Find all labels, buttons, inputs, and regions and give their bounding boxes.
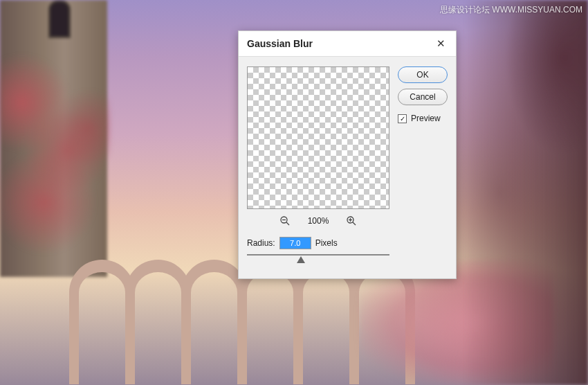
zoom-out-button[interactable] — [279, 215, 291, 227]
radius-row: Radius: Pixels — [247, 237, 389, 249]
svg-line-4 — [353, 222, 356, 225]
dialog-titlebar[interactable]: Gaussian Blur ✕ — [239, 31, 456, 57]
preview-column: 100% Radius: Pixels — [247, 66, 389, 265]
ok-button[interactable]: OK — [398, 66, 448, 83]
zoom-in-button[interactable] — [345, 215, 358, 227]
dialog-body: 100% Radius: Pixels OK Cancel ✓ — [239, 57, 456, 278]
preview-checkbox-row[interactable]: ✓ Preview — [398, 114, 448, 123]
zoom-in-icon — [346, 215, 357, 226]
dialog-title: Gaussian Blur — [247, 38, 313, 49]
preview-checkbox-label: Preview — [411, 114, 441, 123]
close-button[interactable]: ✕ — [434, 37, 448, 51]
slider-track-line — [247, 254, 389, 256]
svg-line-1 — [286, 222, 289, 225]
zoom-out-icon — [279, 215, 291, 226]
radius-unit: Pixels — [315, 238, 338, 248]
button-column: OK Cancel ✓ Preview — [398, 66, 448, 265]
radius-label: Radius: — [247, 238, 275, 248]
scene-tree — [463, 0, 588, 385]
scene-ivy — [0, 28, 111, 277]
close-icon: ✕ — [437, 37, 445, 50]
zoom-percent: 100% — [308, 216, 329, 226]
check-icon: ✓ — [400, 115, 405, 123]
radius-input[interactable] — [279, 237, 311, 249]
gaussian-blur-dialog: Gaussian Blur ✕ 100% Radius: Pixels — [238, 30, 457, 279]
watermark-text: 思缘设计论坛 WWW.MISSYUAN.COM — [440, 4, 582, 16]
preview-checkbox[interactable]: ✓ — [398, 114, 407, 123]
cancel-button[interactable]: Cancel — [398, 89, 448, 105]
preview-thumbnail[interactable] — [247, 66, 389, 209]
slider-handle[interactable] — [297, 256, 305, 263]
zoom-controls: 100% — [247, 215, 389, 227]
radius-slider[interactable] — [247, 252, 389, 265]
